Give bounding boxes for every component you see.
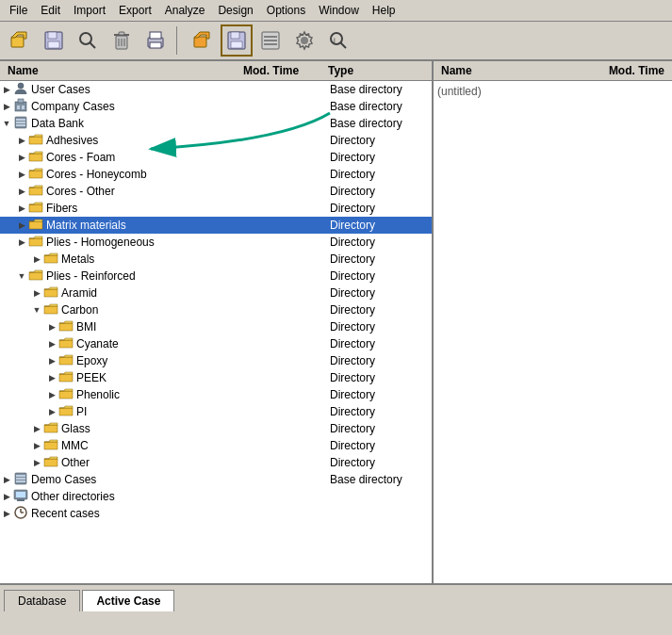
tree-row-data-bank[interactable]: ▼ Data Bank Base directory bbox=[0, 115, 432, 132]
tree-row-cores-other[interactable]: ▶ Cores - Other Directory bbox=[0, 183, 432, 200]
label-recent-cases: Recent cases bbox=[31, 507, 100, 520]
tree-row-company-cases[interactable]: ▶ Company Cases Base directory bbox=[0, 98, 432, 115]
expand-btn-plies-reinforced[interactable]: ▼ bbox=[15, 269, 28, 283]
icon-data-bank bbox=[13, 115, 28, 133]
expand-btn-metals[interactable]: ▶ bbox=[30, 252, 43, 266]
icon-user-cases bbox=[13, 81, 28, 99]
toolbar-print-btn[interactable] bbox=[139, 24, 172, 57]
toolbar-search2-btn[interactable]: i bbox=[322, 24, 354, 57]
icon-epoxy bbox=[58, 352, 74, 370]
expand-btn-company-cases[interactable]: ▶ bbox=[0, 100, 13, 113]
menu-window[interactable]: Window bbox=[313, 2, 365, 19]
expand-btn-other-directories[interactable]: ▶ bbox=[0, 490, 13, 503]
toolbar-open-btn[interactable] bbox=[4, 24, 36, 57]
svg-rect-32 bbox=[17, 106, 20, 109]
expand-btn-data-bank[interactable]: ▼ bbox=[0, 117, 13, 130]
svg-rect-40 bbox=[16, 478, 25, 480]
tree-row-peek[interactable]: ▶ PEEK Directory bbox=[0, 369, 432, 386]
tree-row-aramid[interactable]: ▶ Aramid Directory bbox=[0, 285, 432, 301]
tree-row-adhesives[interactable]: ▶ Adhesives Directory bbox=[0, 132, 432, 149]
tree-row-matrix-materials[interactable]: ▶ Matrix materials Directory bbox=[0, 217, 432, 234]
menu-analyze[interactable]: Analyze bbox=[159, 2, 211, 19]
expand-btn-adhesives[interactable]: ▶ bbox=[15, 134, 28, 147]
menu-help[interactable]: Help bbox=[367, 2, 402, 19]
type-metals: Directory bbox=[328, 252, 432, 266]
right-col-modtime-header: Mod. Time bbox=[605, 63, 668, 78]
expand-btn-cyanate[interactable]: ▶ bbox=[45, 337, 58, 350]
expand-btn-peek[interactable]: ▶ bbox=[45, 371, 58, 384]
icon-cyanate bbox=[58, 335, 74, 353]
expand-btn-aramid[interactable]: ▶ bbox=[30, 286, 43, 300]
label-carbon: Carbon bbox=[61, 303, 98, 317]
menu-edit[interactable]: Edit bbox=[35, 2, 66, 19]
expand-btn-glass[interactable]: ▶ bbox=[30, 422, 43, 435]
tree-row-glass[interactable]: ▶ Glass Directory bbox=[0, 420, 432, 437]
expand-btn-cores-other[interactable]: ▶ bbox=[15, 185, 28, 198]
icon-company-cases bbox=[13, 98, 28, 116]
tree-row-epoxy[interactable]: ▶ Epoxy Directory bbox=[0, 352, 432, 369]
label-fibers: Fibers bbox=[46, 202, 77, 215]
svg-rect-4 bbox=[48, 41, 59, 48]
label-matrix-materials: Matrix materials bbox=[46, 219, 126, 232]
tree-row-recent-cases[interactable]: ▶ Recent cases bbox=[0, 505, 432, 522]
svg-rect-9 bbox=[119, 32, 124, 35]
menu-design[interactable]: Design bbox=[212, 2, 258, 19]
label-plies-reinforced: Plies - Reinforced bbox=[46, 269, 136, 283]
expand-btn-carbon[interactable]: ▼ bbox=[30, 303, 43, 317]
expand-btn-demo-cases[interactable]: ▶ bbox=[0, 473, 13, 486]
toolbar-config-btn[interactable] bbox=[254, 24, 287, 57]
toolbar-search-btn[interactable] bbox=[72, 24, 104, 57]
expand-btn-bmi[interactable]: ▶ bbox=[45, 320, 58, 334]
expand-btn-fibers[interactable]: ▶ bbox=[15, 202, 28, 215]
toolbar-delete-btn[interactable] bbox=[106, 24, 138, 57]
svg-rect-23 bbox=[264, 40, 277, 41]
tree-row-plies-reinforced[interactable]: ▼ Plies - Reinforced Directory bbox=[0, 268, 432, 285]
label-data-bank: Data Bank bbox=[31, 117, 84, 130]
toolbar-save-btn[interactable] bbox=[38, 24, 70, 57]
menu-import[interactable]: Import bbox=[68, 2, 111, 19]
tree-row-other-directories[interactable]: ▶ Other directories bbox=[0, 488, 432, 505]
expand-btn-plies-homogeneous[interactable]: ▶ bbox=[15, 236, 28, 249]
expand-btn-user-cases[interactable]: ▶ bbox=[0, 83, 13, 96]
right-pane: Name Mod. Time (untitled) bbox=[434, 61, 672, 583]
label-peek: PEEK bbox=[76, 371, 107, 384]
toolbar-settings-btn[interactable] bbox=[288, 24, 320, 57]
label-plies-homogeneous: Plies - Homogeneous bbox=[46, 236, 155, 249]
tree-row-other[interactable]: ▶ Other Directory bbox=[0, 454, 432, 471]
toolbar-save2-btn[interactable] bbox=[221, 24, 253, 57]
expand-btn-epoxy[interactable]: ▶ bbox=[45, 354, 58, 367]
toolbar-open2-btn[interactable] bbox=[187, 24, 219, 57]
expand-btn-cores-foam[interactable]: ▶ bbox=[15, 151, 28, 164]
tree-row-plies-homogeneous[interactable]: ▶ Plies - Homogeneous Directory bbox=[0, 234, 432, 251]
menu-export[interactable]: Export bbox=[113, 2, 157, 19]
tree-row-pi[interactable]: ▶ PI Directory bbox=[0, 403, 432, 420]
expand-btn-phenolic[interactable]: ▶ bbox=[45, 388, 58, 401]
expand-btn-mmc[interactable]: ▶ bbox=[30, 439, 43, 452]
type-carbon: Directory bbox=[328, 303, 432, 317]
tree-row-metals[interactable]: ▶ Metals Directory bbox=[0, 251, 432, 268]
icon-cores-foam bbox=[28, 149, 43, 167]
tree-row-phenolic[interactable]: ▶ Phenolic Directory bbox=[0, 386, 432, 403]
tree-row-cores-foam[interactable]: ▶ Cores - Foam Directory bbox=[0, 149, 432, 166]
tree-row-demo-cases[interactable]: ▶ Demo Cases Base directory bbox=[0, 471, 432, 488]
tree-row-carbon[interactable]: ▼ Carbon Directory bbox=[0, 301, 432, 318]
expand-btn-other[interactable]: ▶ bbox=[30, 456, 43, 469]
expand-btn-recent-cases[interactable]: ▶ bbox=[0, 507, 13, 520]
menu-file[interactable]: File bbox=[4, 2, 33, 19]
tab-bar: Database Active Case bbox=[0, 583, 672, 611]
svg-line-27 bbox=[340, 42, 346, 48]
tree-row-bmi[interactable]: ▶ BMI Directory bbox=[0, 318, 432, 335]
tree-row-cyanate[interactable]: ▶ Cyanate Directory bbox=[0, 335, 432, 352]
tree-row-user-cases[interactable]: ▶ User Cases Base directory bbox=[0, 81, 432, 98]
tree-row-mmc[interactable]: ▶ MMC Directory bbox=[0, 437, 432, 454]
expand-btn-matrix-materials[interactable]: ▶ bbox=[15, 219, 28, 232]
expand-btn-pi[interactable]: ▶ bbox=[45, 405, 58, 418]
expand-btn-cores-honeycomb[interactable]: ▶ bbox=[15, 168, 28, 181]
tab-database[interactable]: Database bbox=[4, 590, 80, 611]
tree-content[interactable]: ▶ User Cases Base directory ▶ Company Ca… bbox=[0, 81, 432, 583]
tree-row-fibers[interactable]: ▶ Fibers Directory bbox=[0, 200, 432, 217]
menu-options[interactable]: Options bbox=[261, 2, 311, 19]
tab-active-case[interactable]: Active Case bbox=[82, 590, 174, 611]
svg-rect-3 bbox=[48, 32, 57, 39]
tree-row-cores-honeycomb[interactable]: ▶ Cores - Honeycomb Directory bbox=[0, 166, 432, 183]
